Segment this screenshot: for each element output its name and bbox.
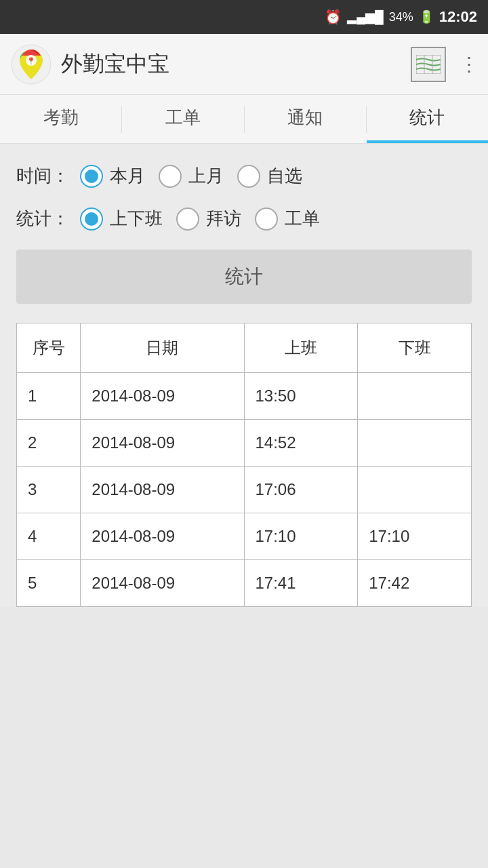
- cell-start-4: 17:41: [244, 560, 358, 607]
- statistics-button[interactable]: 统计: [16, 250, 472, 304]
- radio-inner-this-month: [85, 170, 98, 183]
- cell-end-1: [358, 420, 472, 467]
- radio-inner-commute: [85, 212, 98, 226]
- cell-date-0: 2014-08-09: [81, 373, 244, 420]
- cell-start-0: 13:50: [244, 373, 358, 420]
- stats-label-workorder: 工单: [285, 207, 320, 231]
- stats-filter-row: 统计： 上下班 拜访 工单: [16, 207, 472, 231]
- cell-date-4: 2014-08-09: [81, 560, 244, 607]
- table-row: 5 2014-08-09 17:41 17:42: [17, 560, 472, 607]
- cell-end-3: 17:10: [358, 513, 472, 560]
- tab-attendance[interactable]: 考勤: [0, 95, 121, 143]
- time-radio-group: 本月 上月 自选: [80, 164, 302, 188]
- radio-last-month: [159, 165, 182, 188]
- cell-num-2: 3: [17, 467, 81, 513]
- data-table: 序号 日期 上班 下班 1 2014-08-09 13:50 2 2014-08…: [16, 323, 472, 607]
- stats-option-workorder[interactable]: 工单: [255, 207, 320, 231]
- cell-num-1: 2: [17, 420, 81, 467]
- cell-date-2: 2014-08-09: [81, 467, 244, 513]
- stats-radio-group: 上下班 拜访 工单: [80, 207, 320, 231]
- cell-end-2: [358, 467, 472, 513]
- time-option-last-month[interactable]: 上月: [159, 164, 224, 188]
- cell-end-0: [358, 373, 472, 420]
- stats-label-visit: 拜访: [206, 207, 241, 231]
- cell-start-3: 17:10: [244, 513, 358, 560]
- table-row: 4 2014-08-09 17:10 17:10: [17, 513, 472, 560]
- col-header-end: 下班: [358, 323, 472, 373]
- cell-num-0: 1: [17, 373, 81, 420]
- cell-start-2: 17:06: [244, 467, 358, 513]
- radio-commute: [80, 208, 103, 231]
- app-header: 📍 外勤宝中宝 ⋮: [0, 34, 488, 95]
- cell-num-4: 5: [17, 560, 81, 607]
- tab-statistics[interactable]: 统计: [367, 95, 488, 143]
- radio-workorder: [255, 208, 278, 231]
- cell-date-3: 2014-08-09: [81, 513, 244, 560]
- radio-visit: [176, 208, 199, 231]
- status-bar: ⏰ ▂▄▆█ 34% 🔋 12:02: [0, 0, 488, 34]
- time-label-custom: 自选: [267, 164, 302, 188]
- col-header-date: 日期: [81, 323, 244, 373]
- alarm-icon: ⏰: [325, 9, 342, 25]
- cell-num-3: 4: [17, 513, 81, 560]
- time-filter-label: 时间：: [16, 164, 69, 188]
- time-option-custom[interactable]: 自选: [237, 164, 302, 188]
- tab-workorder[interactable]: 工单: [122, 95, 243, 143]
- battery-icon: 🔋: [419, 9, 434, 24]
- app-logo: 📍: [11, 44, 52, 85]
- time-filter-row: 时间： 本月 上月 自选: [16, 164, 472, 188]
- time-label-this-month: 本月: [110, 164, 145, 188]
- signal-icon: ▂▄▆█: [347, 9, 384, 24]
- header-actions: ⋮: [411, 47, 477, 82]
- status-icons: ⏰ ▂▄▆█ 34% 🔋: [325, 9, 434, 25]
- content-area: 时间： 本月 上月 自选 统计：: [0, 144, 488, 607]
- tab-bar: 考勤 工单 通知 统计: [0, 95, 488, 144]
- col-header-start: 上班: [244, 323, 358, 373]
- stats-label-commute: 上下班: [110, 207, 163, 231]
- col-header-num: 序号: [17, 323, 81, 373]
- stats-option-visit[interactable]: 拜访: [176, 207, 241, 231]
- table-header-row: 序号 日期 上班 下班: [17, 323, 472, 373]
- cell-end-4: 17:42: [358, 560, 472, 607]
- table-row: 1 2014-08-09 13:50: [17, 373, 472, 420]
- stats-filter-label: 统计：: [16, 207, 69, 231]
- table-row: 3 2014-08-09 17:06: [17, 467, 472, 513]
- map-icon-button[interactable]: [411, 47, 446, 82]
- tab-notification[interactable]: 通知: [245, 95, 366, 143]
- radio-custom: [237, 165, 260, 188]
- map-icon: [416, 55, 441, 74]
- app-title: 外勤宝中宝: [61, 50, 411, 79]
- radio-this-month: [80, 165, 103, 188]
- stats-option-commute[interactable]: 上下班: [80, 207, 163, 231]
- table-row: 2 2014-08-09 14:52: [17, 420, 472, 467]
- status-time: 12:02: [439, 8, 477, 26]
- battery-label: 34%: [389, 10, 413, 24]
- cell-date-1: 2014-08-09: [81, 420, 244, 467]
- more-icon[interactable]: ⋮: [460, 53, 477, 75]
- cell-start-1: 14:52: [244, 420, 358, 467]
- svg-text:📍: 📍: [26, 56, 36, 66]
- time-option-this-month[interactable]: 本月: [80, 164, 145, 188]
- time-label-last-month: 上月: [188, 164, 224, 188]
